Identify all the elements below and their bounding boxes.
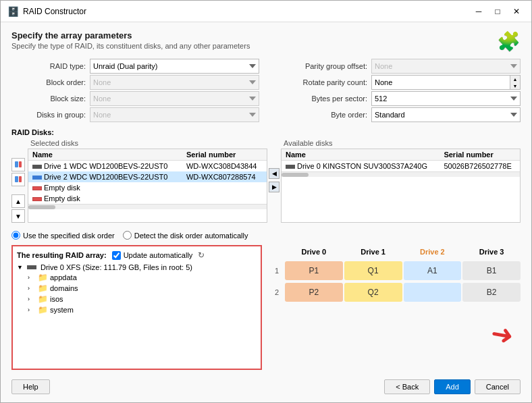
byte-order-label: Byte order: (273, 111, 367, 119)
selected-disks-table-wrap: Name Serial number Drive 1 WDC WD1200BEV… (28, 149, 267, 223)
disk-serial-cell: WD-WXC807288574 (182, 171, 267, 182)
col-name-header-avail: Name (282, 149, 440, 161)
move-up-button[interactable]: ▲ (11, 194, 25, 208)
bytes-per-sector-select[interactable]: 512 (371, 91, 521, 106)
drive-grid: Drive 0 Drive 1 Drive 2 Drive 3 1 P1 Q1 … (270, 245, 521, 302)
folder-tree-item[interactable]: › 📁 system (17, 304, 257, 315)
cancel-button[interactable]: Cancel (475, 379, 521, 394)
folder-name-system: system (50, 306, 74, 314)
block-order-row: Block order: None (11, 74, 259, 90)
available-disks-table: Name Serial number Drive 0 KINGSTON SUV3… (282, 149, 520, 171)
block-size-select[interactable]: None (90, 91, 259, 106)
transfer-left-button[interactable]: ◀ (269, 168, 280, 179)
folder-tree-item[interactable]: › 📁 domains (17, 283, 257, 294)
drive-header-empty (270, 246, 284, 257)
add-button[interactable]: Add (434, 379, 471, 394)
tree-expand-arrow-domains[interactable]: › (28, 285, 36, 292)
available-disks-panel: Available disks Name Serial number (281, 138, 521, 223)
move-down-button[interactable]: ▼ (11, 209, 25, 223)
spinner-up-button[interactable]: ▲ (510, 76, 520, 82)
left-params: RAID type: Unraid (Dual parity) Block or… (11, 58, 259, 123)
table-row[interactable]: Drive 2 WDC WD1200BEVS-22UST0 WD-WXC8072… (28, 171, 267, 182)
svg-rect-0 (15, 161, 18, 167)
parity-group-offset-select[interactable]: None (371, 59, 521, 74)
disk-controls: ▲ ▼ (11, 138, 28, 223)
byte-order-row: Byte order: Standard (273, 107, 521, 123)
table-row[interactable]: Empty disk (28, 182, 267, 193)
bytes-per-sector-label: Bytes per sector: (273, 95, 367, 103)
disk-move-button-2[interactable] (11, 173, 25, 186)
table-row[interactable]: Drive 1 WDC WD1200BEVS-22UST0 WD-WXC308D… (28, 161, 267, 172)
drive-icon (27, 265, 36, 269)
tree-expand-arrow[interactable]: ▼ (17, 264, 25, 271)
block-order-select[interactable]: None (90, 75, 259, 90)
title-bar-left: 🗄️ RAID Constructor (7, 6, 86, 17)
back-button[interactable]: < Back (384, 379, 430, 394)
raid-result-header: The resulting RAID array: Update automat… (17, 250, 257, 260)
nav-buttons: < Back Add Cancel (384, 379, 521, 394)
maximize-button[interactable]: □ (489, 5, 506, 18)
disk-order-radio2[interactable] (123, 231, 132, 240)
folder-icon-domains: 📁 (38, 284, 48, 293)
tree-expand-arrow-isos[interactable]: › (28, 296, 36, 302)
folder-tree-item[interactable]: › 📁 appdata (17, 272, 257, 283)
byte-order-select[interactable]: Standard (371, 107, 521, 122)
spinner-buttons: ▲ ▼ (510, 75, 521, 90)
window-title: RAID Constructor (23, 7, 86, 16)
col-serial-header-avail: Serial number (440, 149, 520, 161)
row-num-1: 1 (270, 267, 284, 275)
table-row[interactable]: Empty disk (28, 193, 267, 204)
avail-disk-serial-cell: 50026B726502778E (440, 161, 520, 172)
raid-result-panel: The resulting RAID array: Update automat… (11, 245, 262, 370)
folder-name-domains: domains (50, 284, 78, 292)
drive-row-1: 1 P1 Q1 A1 B1 (270, 261, 521, 280)
svg-rect-3 (19, 176, 22, 182)
drive-cell-q2: Q2 (344, 283, 402, 302)
folder-icon-system: 📁 (38, 305, 48, 315)
page-subtitle: Specify the type of RAID, its constituen… (11, 42, 250, 50)
rotate-parity-count-row: Rotate parity count: ▲ ▼ (273, 74, 521, 90)
tree-expand-arrow-appdata[interactable]: › (28, 274, 36, 281)
disk-move-button-1[interactable] (11, 158, 25, 171)
selected-disks-label: Selected disks (28, 138, 267, 149)
close-button[interactable]: ✕ (508, 5, 525, 18)
header-text: Specify the array parameters Specify the… (11, 30, 250, 50)
disk-order-section: Use the specified disk order Detect the … (11, 231, 521, 240)
disk-order-option1[interactable]: Use the specified disk order (11, 231, 115, 240)
refresh-icon[interactable]: ↻ (198, 250, 205, 260)
tree-expand-arrow-system[interactable]: › (28, 306, 36, 313)
row-num-2: 2 (270, 288, 284, 296)
title-controls: ─ □ ✕ (471, 5, 525, 18)
puzzle-icon: 🧩 (497, 30, 521, 53)
disk-order-option2[interactable]: Detect the disk order automatically (123, 231, 248, 240)
folder-icon-appdata: 📁 (38, 273, 48, 282)
app-icon: 🗄️ (7, 6, 19, 17)
disk-serial-cell (182, 193, 267, 204)
disk-serial-cell (182, 182, 267, 193)
bottom-buttons: Help < Back Add Cancel (11, 379, 521, 394)
spinner-down-button[interactable]: ▼ (510, 82, 520, 89)
page-title: Specify the array parameters (11, 30, 250, 41)
selected-disks-table: Name Serial number Drive 1 WDC WD1200BEV… (28, 149, 267, 204)
block-size-row: Block size: None (11, 90, 259, 107)
minimize-button[interactable]: ─ (471, 5, 487, 18)
raid-disks-label: RAID Disks: (11, 128, 521, 136)
folder-tree-item[interactable]: › 📁 isos (17, 294, 257, 304)
drive-header-1: Drive 1 (344, 246, 402, 257)
update-automatically-label[interactable]: Update automatically (112, 251, 193, 260)
drive-tree-item[interactable]: ▼ Drive 0 XFS (Size: 111.79 GB, Files in… (17, 263, 257, 272)
drive-cell-b1: B1 (462, 261, 521, 280)
raid-type-label: RAID type: (11, 62, 86, 70)
table-row[interactable]: Drive 0 KINGSTON SUV300S37A240G 50026B72… (282, 161, 520, 172)
avail-disk-name-cell: Drive 0 KINGSTON SUV300S37A240G (282, 161, 440, 172)
rotate-parity-count-input[interactable] (371, 75, 510, 90)
transfer-right-button[interactable]: ▶ (269, 182, 280, 192)
disk-serial-cell: WD-WXC308D43844 (182, 161, 267, 172)
disk-order-radio1[interactable] (11, 231, 20, 240)
help-button[interactable]: Help (11, 379, 50, 394)
raid-type-select[interactable]: Unraid (Dual parity) (90, 59, 259, 74)
disks-in-group-select[interactable]: None (90, 107, 259, 122)
disk-name-cell: Empty disk (28, 182, 182, 193)
drive-cell-a1: A1 (404, 261, 462, 280)
update-automatically-checkbox[interactable] (112, 251, 121, 260)
